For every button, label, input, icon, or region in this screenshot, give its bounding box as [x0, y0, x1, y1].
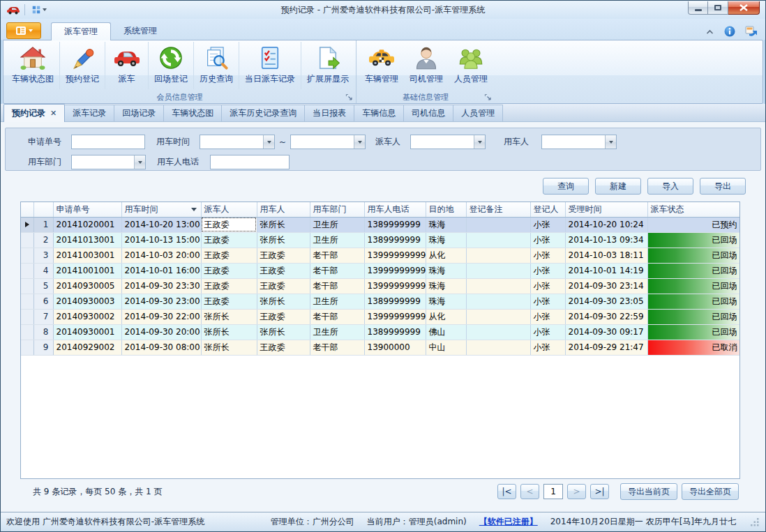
dialog-launcher-icon[interactable]: [484, 93, 492, 101]
vehicle-status-chart-button[interactable]: 车辆状态图: [6, 42, 59, 89]
return-register-button[interactable]: 回场登记: [148, 42, 193, 89]
app-menu-button[interactable]: [6, 22, 41, 39]
cell-用车部门[interactable]: 卫生所: [310, 324, 364, 340]
cell-目的地[interactable]: 从化: [426, 248, 466, 263]
row-number-cell[interactable]: 4: [33, 263, 53, 278]
cell-登记人[interactable]: 小张: [530, 294, 565, 309]
table-row[interactable]: 2201410130012014-10-13 15:00王政委张所长卫生所138…: [21, 232, 740, 248]
cell-用车人[interactable]: 王政委: [257, 278, 310, 294]
status-cell[interactable]: 已回场: [647, 232, 740, 248]
import-button[interactable]: 导入: [647, 178, 693, 195]
software-registered-link[interactable]: 【软件已注册】: [479, 516, 538, 528]
dropdown-button[interactable]: [474, 135, 485, 149]
row-marker-cell[interactable]: [21, 263, 33, 278]
last-page-button[interactable]: >|: [590, 484, 609, 499]
cell-用车时间[interactable]: 2014-09-30 23:30: [121, 278, 201, 294]
cell-申请单号[interactable]: 20140930003: [53, 294, 121, 309]
cell-用车时间[interactable]: 2014-09-30 08:00: [121, 340, 201, 355]
cell-登记备注[interactable]: [466, 232, 530, 248]
ribbon-tab-dispatch-management[interactable]: 派车管理: [51, 22, 111, 40]
query-button[interactable]: 查询: [543, 178, 589, 195]
tab-personnel-management[interactable]: 人员管理: [453, 105, 503, 121]
column-header-7[interactable]: 登记备注: [466, 202, 530, 217]
cell-登记人[interactable]: 小张: [530, 263, 565, 278]
cell-用车部门[interactable]: 老干部: [310, 278, 364, 294]
cell-用车部门[interactable]: 老干部: [310, 263, 364, 278]
cell-申请单号[interactable]: 20141013001: [53, 232, 121, 248]
cell-受理时间[interactable]: 2014-09-30 09:17: [565, 324, 647, 340]
cell-申请单号[interactable]: 20141020001: [53, 217, 121, 232]
cell-派车人[interactable]: 王政委: [201, 217, 257, 232]
export-all-pages-button[interactable]: 导出全部页: [682, 483, 739, 500]
row-marker-cell[interactable]: [21, 232, 33, 248]
first-page-button[interactable]: |<: [497, 484, 516, 499]
column-header-2[interactable]: 派车人: [201, 202, 257, 217]
cell-受理时间[interactable]: 2014-09-30 23:05: [565, 294, 647, 309]
tab-vehicle-info[interactable]: 车辆信息: [354, 105, 404, 121]
style-switch-icon[interactable]: [745, 26, 757, 37]
cell-目的地[interactable]: 从化: [426, 309, 466, 324]
cell-派车人[interactable]: 张所长: [201, 309, 257, 324]
tab-daily-report[interactable]: 当日报表: [305, 105, 354, 121]
cell-用车人电话[interactable]: 1389999999: [364, 232, 426, 248]
column-header-8[interactable]: 登记人: [530, 202, 565, 217]
tab-dispatch-history-query[interactable]: 派车历史记录查询: [222, 105, 305, 121]
dropdown-button[interactable]: [605, 135, 616, 149]
cell-申请单号[interactable]: 20141003001: [53, 248, 121, 263]
personnel-management-button[interactable]: 人员管理: [449, 42, 493, 89]
dropdown-button[interactable]: [263, 135, 274, 149]
table-row[interactable]: 8201409300012014-09-30 20:00张所长张所长卫生所138…: [21, 324, 740, 340]
ribbon-tab-system-management[interactable]: 系统管理: [111, 22, 170, 40]
cell-用车时间[interactable]: 2014-10-03 20:00: [121, 248, 201, 263]
cell-受理时间[interactable]: 2014-09-29 21:47: [565, 340, 647, 355]
cell-用车部门[interactable]: 老干部: [310, 309, 364, 324]
tab-driver-info[interactable]: 司机信息: [404, 105, 453, 121]
cell-登记人[interactable]: 小张: [530, 248, 565, 263]
cell-用车人[interactable]: 王政委: [257, 340, 310, 355]
cell-目的地[interactable]: 珠海: [426, 263, 466, 278]
row-marker-cell[interactable]: [21, 217, 33, 232]
cell-派车人[interactable]: 王政委: [201, 278, 257, 294]
cell-登记备注[interactable]: [466, 324, 530, 340]
tab-vehicle-status-chart[interactable]: 车辆状态图: [164, 105, 222, 121]
cell-用车人电话[interactable]: 13900000: [364, 340, 426, 355]
cell-目的地[interactable]: 佛山: [426, 324, 466, 340]
cell-派车人[interactable]: 王政委: [201, 263, 257, 278]
row-marker-cell[interactable]: [21, 340, 33, 355]
prev-page-button[interactable]: <: [520, 484, 539, 499]
dispatch-button[interactable]: 派车: [105, 42, 148, 89]
dropdown-button[interactable]: [134, 155, 145, 169]
table-row[interactable]: 1201410200012014-10-20 13:00王政委张所长卫生所138…: [21, 217, 740, 232]
request-no-input[interactable]: [71, 135, 145, 149]
row-number-cell[interactable]: 6: [33, 294, 53, 309]
row-marker-cell[interactable]: [21, 294, 33, 309]
column-header-blank[interactable]: [33, 202, 53, 217]
cell-申请单号[interactable]: 20140930002: [53, 309, 121, 324]
history-query-button[interactable]: 历史查询: [193, 42, 239, 89]
quick-access-button[interactable]: [29, 4, 49, 15]
table-row[interactable]: 9201409290022014-09-30 08:00张所长王政委老干部139…: [21, 340, 740, 355]
cell-登记人[interactable]: 小张: [530, 232, 565, 248]
row-number-cell[interactable]: 5: [33, 278, 53, 294]
close-button[interactable]: [728, 1, 760, 15]
cell-目的地[interactable]: 珠海: [426, 217, 466, 232]
vehicle-management-button[interactable]: 车辆管理: [359, 42, 404, 89]
cell-登记备注[interactable]: [466, 309, 530, 324]
user-combo[interactable]: [541, 135, 617, 149]
cell-受理时间[interactable]: 2014-10-20 10:24: [565, 217, 647, 232]
tab-return-records[interactable]: 回场记录: [114, 105, 164, 121]
export-button[interactable]: 导出: [700, 178, 746, 195]
column-header-0[interactable]: 申请单号: [53, 202, 121, 217]
cell-用车时间[interactable]: 2014-09-30 23:00: [121, 294, 201, 309]
reservation-register-button[interactable]: 预约登记: [59, 42, 105, 89]
cell-受理时间[interactable]: 2014-10-01 14:19: [565, 263, 647, 278]
cell-派车人[interactable]: 张所长: [201, 340, 257, 355]
cell-用车人[interactable]: 张所长: [257, 324, 310, 340]
table-row[interactable]: 4201410010012014-10-01 16:00王政委王政委老干部139…: [21, 263, 740, 278]
status-cell[interactable]: 已回场: [647, 324, 740, 340]
status-cell[interactable]: 已回场: [647, 309, 740, 324]
cell-用车人电话[interactable]: 1389999999: [364, 324, 426, 340]
cell-申请单号[interactable]: 20141001001: [53, 263, 121, 278]
cell-目的地[interactable]: 珠海: [426, 294, 466, 309]
cell-用车人[interactable]: 张所长: [257, 217, 310, 232]
